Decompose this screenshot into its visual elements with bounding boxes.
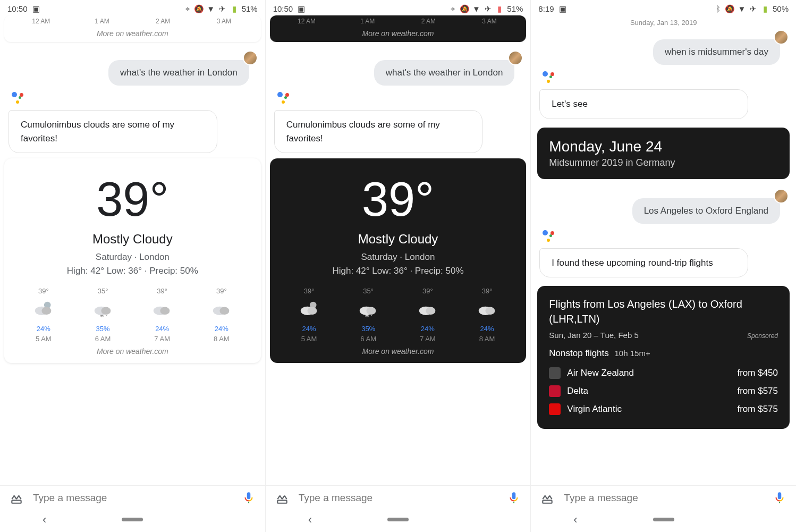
home-pill[interactable] xyxy=(387,518,409,521)
avatar[interactable] xyxy=(774,189,789,204)
flight-row[interactable]: Air New Zealandfrom $450 xyxy=(549,364,778,382)
weather-card-top[interactable]: 12 AM 1 AM 2 AM 3 AM More on weather.com xyxy=(4,15,261,42)
hourly-slot: 35°✱ ·35%6 AM xyxy=(338,287,398,343)
more-link[interactable]: More on weather.com xyxy=(276,29,520,38)
assistant-message: Let's see xyxy=(539,89,748,119)
message-input[interactable] xyxy=(299,492,498,504)
input-bar xyxy=(0,485,265,510)
weather-card-top[interactable]: 12 AM 1 AM 2 AM 3 AM More on weather.com xyxy=(270,15,527,42)
avatar[interactable] xyxy=(243,50,258,65)
back-button[interactable]: ‹ xyxy=(308,513,312,527)
assistant-icon xyxy=(533,69,794,86)
location-icon: ⌖ xyxy=(448,5,457,13)
high-low: High: 42° Low: 36° · Precip: 50% xyxy=(280,266,517,276)
hourly-forecast: 39°24%5 AM35°✱ ·35%6 AM39°24%7 AM39°24%8… xyxy=(14,287,251,343)
assistant-message: Cumulonimbus clouds are some of my favor… xyxy=(274,110,483,153)
svg-rect-10 xyxy=(12,500,21,503)
airplane-icon: ✈ xyxy=(218,5,227,13)
svg-point-5 xyxy=(101,307,111,315)
avatar[interactable] xyxy=(508,50,523,65)
date-card[interactable]: Monday, June 24 Midsummer 2019 in German… xyxy=(537,128,790,179)
picture-icon: ▣ xyxy=(558,5,567,13)
hourly-slot: 39°24%5 AM xyxy=(14,287,73,343)
weather-icon xyxy=(192,298,251,322)
sponsored-label: Sponsored xyxy=(747,332,778,340)
home-pill[interactable] xyxy=(122,518,143,521)
more-link[interactable]: More on weather.com xyxy=(14,347,251,356)
svg-point-20 xyxy=(485,307,495,315)
weather-icon xyxy=(132,298,192,322)
battery-text: 51% xyxy=(507,4,523,13)
bluetooth-icon: ᛒ xyxy=(714,5,723,13)
status-time: 10:50 xyxy=(7,4,28,13)
svg-rect-22 xyxy=(543,500,552,503)
more-link[interactable]: More on weather.com xyxy=(280,347,517,356)
svg-point-9 xyxy=(219,307,229,315)
battery-icon: ▮ xyxy=(495,5,504,13)
flight-row[interactable]: Virgin Atlanticfrom $575 xyxy=(549,400,778,418)
svg-point-16 xyxy=(367,307,376,315)
location: Saturday · London xyxy=(280,252,517,263)
assistant-icon xyxy=(533,228,794,245)
more-link[interactable]: More on weather.com xyxy=(11,29,255,38)
airline-icon xyxy=(549,403,561,415)
svg-point-18 xyxy=(426,307,435,315)
airline-name: Air New Zealand xyxy=(567,368,737,378)
wifi-icon: ▼ xyxy=(472,5,480,13)
date-header: Sunday, Jan 13, 2019 xyxy=(533,15,794,30)
mic-icon[interactable] xyxy=(507,491,521,505)
message-input[interactable] xyxy=(564,492,763,504)
hourly-slot: 39°24%7 AM xyxy=(132,287,192,343)
picture-icon: ▣ xyxy=(32,5,40,13)
mic-icon[interactable] xyxy=(242,491,256,505)
hourly-slot: 39°24%8 AM xyxy=(458,287,517,343)
flights-title: Flights from Los Angeles (LAX) to Oxford… xyxy=(549,297,778,326)
hourly-slot: 35°✱ ·35%6 AM xyxy=(73,287,133,343)
location-icon: ⌖ xyxy=(183,5,192,13)
status-bar: 10:50 ▣ ⌖ 🔕 ▼ ✈ ▮ 51% xyxy=(266,0,531,15)
svg-point-2 xyxy=(41,307,51,315)
flight-price: from $575 xyxy=(737,404,778,415)
user-message: when is midsummer's day xyxy=(653,39,780,65)
keyboard-icon[interactable] xyxy=(540,491,554,505)
input-bar xyxy=(266,485,531,510)
location: Saturday · London xyxy=(14,252,251,263)
flight-price: from $450 xyxy=(737,368,778,378)
weather-icon xyxy=(458,298,517,322)
user-message: Los Angeles to Oxford England xyxy=(632,198,780,224)
condition: Mostly Cloudy xyxy=(14,232,251,247)
mic-icon[interactable] xyxy=(773,491,786,505)
hourly-slot: 39°24%7 AM xyxy=(398,287,458,343)
keyboard-icon[interactable] xyxy=(275,491,289,505)
temperature: 39° xyxy=(280,171,517,232)
status-time: 10:50 xyxy=(273,4,293,13)
flight-row[interactable]: Deltafrom $575 xyxy=(549,382,778,400)
dnd-icon: 🔕 xyxy=(460,5,469,13)
wifi-icon: ▼ xyxy=(738,5,746,13)
airline-name: Delta xyxy=(567,386,737,396)
home-pill[interactable] xyxy=(653,518,674,521)
screen-2: 10:50 ▣ ⌖ 🔕 ▼ ✈ ▮ 51% 12 AM 1 AM 2 AM 3 … xyxy=(265,0,531,532)
flights-date: Sun, Jan 20 – Tue, Feb 5 xyxy=(549,331,638,340)
assistant-icon xyxy=(268,90,529,107)
airplane-icon: ✈ xyxy=(749,5,758,13)
avatar[interactable] xyxy=(774,30,789,45)
svg-rect-21 xyxy=(277,500,286,503)
svg-point-13 xyxy=(307,307,317,315)
airline-icon xyxy=(549,367,561,379)
wifi-icon: ▼ xyxy=(207,5,215,13)
weather-card[interactable]: 39° Mostly Cloudy Saturday · London High… xyxy=(4,158,261,363)
flights-card[interactable]: Flights from Los Angeles (LAX) to Oxford… xyxy=(537,286,790,429)
back-button[interactable]: ‹ xyxy=(43,513,46,527)
assistant-message: I found these upcoming round-trip flight… xyxy=(539,248,748,278)
weather-icon: ✱ · xyxy=(338,298,398,322)
message-input[interactable] xyxy=(33,492,232,504)
keyboard-icon[interactable] xyxy=(10,491,23,505)
back-button[interactable]: ‹ xyxy=(573,513,577,527)
weather-card[interactable]: 39° Mostly Cloudy Saturday · London High… xyxy=(270,158,527,363)
weather-icon: ✱ · xyxy=(73,298,133,322)
assistant-message: Cumulonimbus clouds are some of my favor… xyxy=(9,110,217,153)
hourly-slot: 39°24%5 AM xyxy=(280,287,339,343)
temperature: 39° xyxy=(14,171,251,232)
user-message: what's the weather in London xyxy=(374,60,515,86)
